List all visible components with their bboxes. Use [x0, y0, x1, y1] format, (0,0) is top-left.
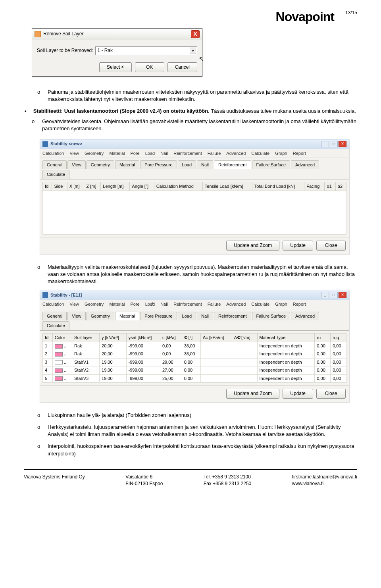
column-header[interactable]: Length [m] — [101, 182, 130, 191]
tab-general[interactable]: General — [42, 312, 67, 320]
tab-pore-pressure[interactable]: Pore Pressure — [140, 312, 177, 320]
menu-item[interactable]: Calculation — [42, 301, 64, 307]
menu-item[interactable]: Calculation — [42, 150, 64, 156]
menu-item[interactable]: Graph — [275, 301, 287, 307]
menu-item[interactable]: Calculate — [251, 301, 269, 307]
tab-view[interactable]: View — [67, 160, 86, 169]
soil-layer-combo[interactable]: 1 - Rak ▾ ↖ — [95, 46, 197, 55]
maximize-icon[interactable]: □ — [330, 292, 338, 298]
column-header[interactable]: Facing — [304, 182, 325, 191]
chevron-down-icon[interactable]: ▾ — [190, 48, 196, 54]
material-table[interactable]: IdColorSoil layerγ [kN/m³]γsat [kN/m³]c … — [42, 333, 346, 383]
tab-geometry[interactable]: Geometry — [87, 312, 114, 320]
color-cell[interactable]: .. — [52, 358, 72, 366]
column-header[interactable]: α1 — [325, 182, 335, 191]
column-header[interactable]: Angle [°] — [130, 182, 154, 191]
tab-nail[interactable]: Nail — [197, 312, 213, 320]
menu-item[interactable]: Graph — [275, 150, 287, 156]
menu-item[interactable]: Material — [109, 150, 125, 156]
close-icon[interactable]: X — [339, 292, 346, 298]
menu-item[interactable]: Nail — [160, 150, 168, 156]
menu-item[interactable]: Load — [145, 301, 155, 307]
column-header[interactable]: Calculation Method — [154, 182, 202, 191]
menu-item[interactable]: Failure — [208, 301, 221, 307]
column-header[interactable]: Z [m] — [84, 182, 101, 191]
column-header[interactable]: Φ'[°] — [182, 333, 200, 342]
menu-item[interactable]: Advanced — [226, 301, 246, 307]
color-cell[interactable]: .. — [52, 366, 72, 374]
tab-material[interactable]: Material — [115, 160, 139, 169]
tab-advanced[interactable]: Advanced — [291, 160, 319, 169]
column-header[interactable]: c [kPa] — [160, 333, 182, 342]
column-header[interactable]: ΔΦ'[°/m] — [232, 333, 257, 342]
menu-item[interactable]: Material — [109, 301, 125, 307]
menu-item[interactable]: View — [69, 301, 79, 307]
close-icon[interactable]: X — [191, 30, 200, 38]
table-row[interactable]: 1 ..Rak20,00-999,000,0038,00Independent … — [43, 342, 346, 350]
column-header[interactable]: γsat [kN/m³] — [126, 333, 160, 342]
maximize-icon[interactable]: □ — [330, 141, 338, 147]
table-row[interactable]: 4 ..StabV219,00-999,0027,000,00Independe… — [43, 366, 346, 374]
column-header[interactable]: Side — [52, 182, 67, 191]
menu-item[interactable]: View — [69, 150, 79, 156]
close-button[interactable]: Close — [316, 241, 346, 251]
color-cell[interactable]: .. — [52, 342, 72, 350]
cancel-button[interactable]: Cancel — [167, 62, 197, 72]
tab-pore-pressure[interactable]: Pore Pressure — [140, 160, 177, 169]
window-titlebar[interactable]: Stability - [E11] _ □ X — [40, 290, 349, 300]
menu-item[interactable]: Report — [293, 301, 306, 307]
tab-nail[interactable]: Nail — [197, 160, 213, 169]
column-header[interactable]: Id — [43, 333, 53, 342]
tab-view[interactable]: View — [67, 312, 86, 320]
color-cell[interactable]: .. — [52, 350, 72, 358]
column-header[interactable]: α2 — [335, 182, 346, 191]
update-zoom-button[interactable]: Update and Zoom — [226, 389, 279, 399]
tab-load[interactable]: Load — [178, 312, 196, 320]
menu-item[interactable]: Advanced — [226, 150, 246, 156]
column-header[interactable]: ruq — [331, 333, 346, 342]
select-button[interactable]: Select < — [99, 62, 132, 72]
dialog-titlebar[interactable]: Remove Soil Layer X — [32, 29, 202, 40]
tab-reinforcement[interactable]: Reinforcement — [214, 312, 251, 320]
reinforcement-table[interactable]: IdSideX [m]Z [m]Length [m]Angle [°]Calcu… — [42, 182, 346, 235]
menu-item[interactable]: Pore — [131, 301, 140, 307]
update-zoom-button[interactable]: Update and Zoom — [226, 241, 279, 251]
close-button[interactable]: Close — [316, 389, 346, 399]
column-header[interactable]: Tensile Load [kN/m] — [202, 182, 252, 191]
tab-geometry[interactable]: Geometry — [87, 160, 114, 169]
close-icon[interactable]: X — [339, 141, 346, 147]
tab-material[interactable]: Material — [115, 312, 139, 320]
update-button[interactable]: Update — [283, 389, 313, 399]
column-header[interactable]: ru — [315, 333, 331, 342]
column-header[interactable]: γ [kN/m³] — [100, 333, 126, 342]
column-header[interactable]: X [m] — [67, 182, 84, 191]
column-header[interactable]: Id — [43, 182, 52, 191]
tab-load[interactable]: Load — [178, 160, 196, 169]
table-row[interactable]: 5 ..StabV319,00-999,0025,000,00Independe… — [43, 374, 346, 382]
tab-general[interactable]: General — [42, 160, 67, 169]
column-header[interactable]: Material Type — [257, 333, 315, 342]
tab-reinforcement[interactable]: Reinforcement — [214, 160, 251, 169]
update-button[interactable]: Update — [283, 241, 313, 251]
color-cell[interactable]: .. — [52, 374, 72, 382]
window-titlebar[interactable]: Stability <new> _ □ X — [40, 139, 349, 149]
menu-item[interactable]: Geometry — [85, 150, 104, 156]
menu-item[interactable]: Reinforcement — [173, 301, 202, 307]
tab-calculate[interactable]: Calculate — [42, 321, 69, 330]
menu-item[interactable]: Report — [293, 150, 306, 156]
column-header[interactable]: Color — [52, 333, 72, 342]
column-header[interactable]: Total Bond Load [kN] — [252, 182, 304, 191]
table-row[interactable]: 2 ..Rak20,00-999,000,0038,00Independent … — [43, 350, 346, 358]
menu-item[interactable]: Failure — [208, 150, 221, 156]
column-header[interactable]: Δc [kPa/m] — [201, 333, 232, 342]
tab-advanced[interactable]: Advanced — [291, 312, 319, 320]
tab-failure-surface[interactable]: Failure Surface — [252, 312, 291, 320]
menu-item[interactable]: Nail — [160, 301, 168, 307]
tab-failure-surface[interactable]: Failure Surface — [252, 160, 291, 169]
menu-item[interactable]: Pore — [131, 150, 140, 156]
column-header[interactable]: Soil layer — [72, 333, 100, 342]
tab-calculate[interactable]: Calculate — [42, 170, 69, 179]
menu-item[interactable]: Reinforcement — [173, 150, 202, 156]
table-row[interactable]: 3 ..StabV119,00-999,0029,000,00Independe… — [43, 358, 346, 366]
menu-item[interactable]: Calculate — [251, 150, 269, 156]
